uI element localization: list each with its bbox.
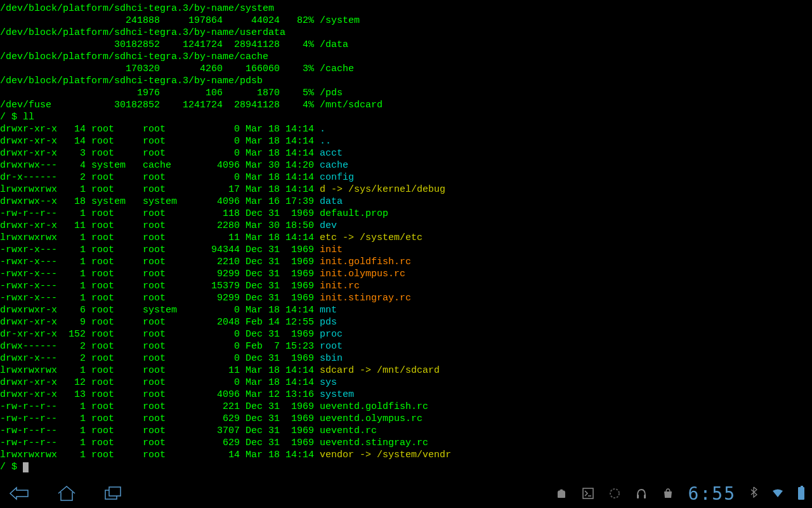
- svg-rect-1: [109, 487, 121, 496]
- terminal-output[interactable]: /dev/block/platform/sdhci-tegra.3/by-nam…: [0, 0, 812, 479]
- terminal-icon[interactable]: [582, 487, 594, 500]
- svg-rect-2: [558, 491, 565, 498]
- android-icon[interactable]: [555, 487, 568, 500]
- headphones-icon[interactable]: [635, 487, 648, 500]
- system-navbar: 6:55: [0, 479, 812, 508]
- wifi-icon: [771, 487, 784, 500]
- shop-icon[interactable]: [662, 487, 674, 500]
- svg-rect-7: [637, 495, 639, 498]
- svg-point-6: [610, 489, 619, 498]
- svg-point-4: [563, 490, 564, 491]
- recent-apps-button[interactable]: [102, 484, 126, 503]
- battery-icon: [798, 487, 804, 500]
- bluetooth-icon: [750, 486, 757, 501]
- loading-icon: [608, 487, 621, 500]
- svg-point-3: [559, 490, 560, 491]
- svg-rect-8: [644, 495, 646, 498]
- terminal-cursor: [23, 462, 29, 472]
- home-button[interactable]: [55, 484, 79, 503]
- clock[interactable]: 6:55: [688, 483, 736, 504]
- back-button[interactable]: [8, 484, 32, 503]
